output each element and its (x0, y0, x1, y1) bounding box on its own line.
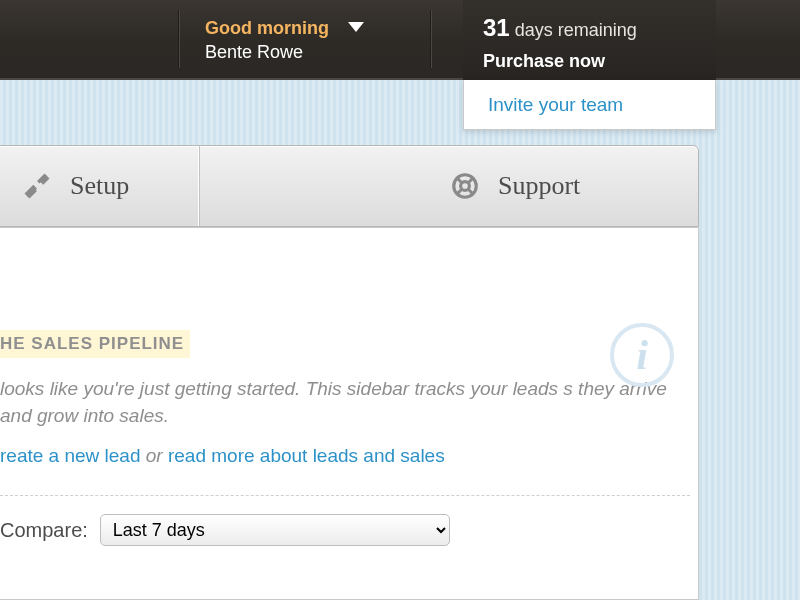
top-bar: Good morning Bente Rowe 31 days remainin… (0, 0, 800, 80)
or-text: or (141, 445, 168, 466)
compare-select[interactable]: Last 7 days (100, 514, 450, 546)
trial-days: 31 (483, 14, 510, 41)
content-panel: i HE SALES PIPELINE looks like you're ju… (0, 227, 699, 600)
read-more-link[interactable]: read more about leads and sales (168, 445, 445, 466)
setup-button[interactable]: Setup (0, 146, 200, 226)
svg-line-5 (469, 190, 474, 195)
svg-line-4 (456, 190, 461, 195)
divider (430, 10, 432, 68)
divider (0, 495, 690, 496)
invite-team-link[interactable]: Invite your team (488, 94, 623, 116)
svg-line-3 (469, 177, 474, 182)
compare-row: Compare: Last 7 days (0, 514, 674, 546)
user-menu[interactable]: Good morning Bente Rowe (205, 16, 364, 65)
user-name: Bente Rowe (205, 42, 303, 62)
lifebuoy-icon (450, 171, 480, 201)
support-button[interactable]: Support (428, 146, 698, 226)
setup-label: Setup (70, 171, 129, 201)
svg-point-1 (461, 182, 470, 191)
greeting-text: Good morning (205, 18, 329, 38)
support-label: Support (498, 171, 580, 201)
divider (178, 10, 180, 68)
pipeline-description: looks like you're just getting started. … (0, 376, 674, 429)
trial-remaining-label: days remaining (515, 20, 637, 40)
pipeline-heading: HE SALES PIPELINE (0, 330, 190, 358)
create-lead-link[interactable]: reate a new lead (0, 445, 141, 466)
svg-line-2 (456, 177, 461, 182)
trial-status[interactable]: 31 days remaining Purchase now (463, 0, 716, 80)
invite-team-box: Invite your team (463, 80, 716, 130)
purchase-now-link[interactable]: Purchase now (483, 48, 696, 75)
chevron-down-icon (348, 22, 364, 32)
pipeline-links: reate a new lead or read more about lead… (0, 445, 674, 467)
compare-label: Compare: (0, 519, 88, 542)
wrench-icon (22, 171, 52, 201)
toolbar: Setup Support (0, 145, 699, 227)
